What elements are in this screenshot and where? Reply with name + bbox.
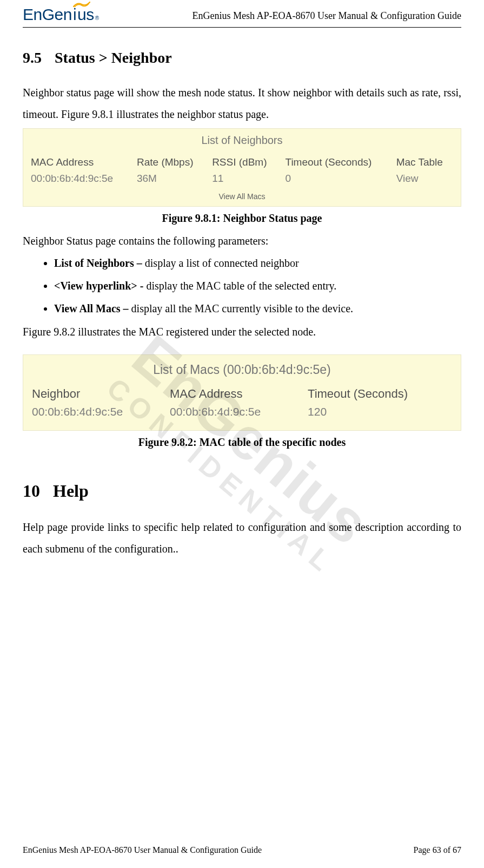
table-row: 00:0b:6b:4d:9c:5e 00:0b:6b:4d:9c:5e 120 xyxy=(29,403,455,420)
section-heading-9-5: 9.5Status > Neighbor xyxy=(23,49,461,67)
section-9-5-paragraph: Neighbor status page will show the mesh … xyxy=(23,82,461,125)
cell-neighbor: 00:0b:6b:4d:9c:5e xyxy=(29,403,167,420)
chapter-number: 10 xyxy=(23,481,40,501)
col-mac2: MAC Address xyxy=(167,385,304,403)
table-header-row: MAC Address Rate (Mbps) RSSI (dBm) Timeo… xyxy=(28,154,456,170)
cell-view-link[interactable]: View xyxy=(393,170,456,187)
chapter-title: Help xyxy=(53,481,89,501)
cell-timeout2: 120 xyxy=(304,403,455,420)
param-term: <View hyperlink> - xyxy=(54,280,143,292)
col-neighbor: Neighbor xyxy=(29,385,167,403)
footer-left: EnGenius Mesh AP-EOA-8670 User Manual & … xyxy=(23,845,262,855)
cell-rate: 36M xyxy=(134,170,209,187)
macs-table: Neighbor MAC Address Timeout (Seconds) 0… xyxy=(29,385,455,420)
list-item: List of Neighbors – display a list of co… xyxy=(54,256,461,270)
wifi-wave-icon xyxy=(72,1,91,8)
logo-text-part1: EnGen xyxy=(23,5,72,24)
col-timeout: Timeout (Seconds) xyxy=(282,154,393,170)
param-term: List of Neighbors – xyxy=(54,257,142,269)
header-doc-title: EnGenius Mesh AP-EOA-8670 User Manual & … xyxy=(193,10,461,24)
col-mactable: Mac Table xyxy=(393,154,456,170)
params-intro: Neighbor Status page contains the follow… xyxy=(23,233,461,248)
neighbors-table: MAC Address Rate (Mbps) RSSI (dBm) Timeo… xyxy=(28,154,456,187)
chapter-10-paragraph: Help page provide links to specific help… xyxy=(23,516,461,560)
figure-panel-title-2: List of Macs (00:0b:6b:4d:9c:5e) xyxy=(29,363,455,377)
param-desc: display a list of connected neighbor xyxy=(142,257,299,269)
figure-9-8-2-panel: List of Macs (00:0b:6b:4d:9c:5e) Neighbo… xyxy=(23,354,461,431)
footer-right: Page 63 of 67 xyxy=(414,845,461,855)
list-item: <View hyperlink> - display the MAC table… xyxy=(54,279,461,293)
section-number: 9.5 xyxy=(23,49,42,67)
table-row: 00:0b:6b:4d:9c:5e 36M 11 0 View xyxy=(28,170,456,187)
col-rssi: RSSI (dBm) xyxy=(209,154,282,170)
figure-9-8-2-caption: Figure 9.8.2: MAC table of the specific … xyxy=(23,436,461,449)
brand-logo: EnGenius® xyxy=(23,5,99,24)
page-footer: EnGenius Mesh AP-EOA-8670 User Manual & … xyxy=(23,845,461,855)
parameters-list: List of Neighbors – display a list of co… xyxy=(23,256,461,315)
cell-rssi: 11 xyxy=(209,170,282,187)
figure-9-8-1-caption: Figure 9.8.1: Neighbor Status page xyxy=(23,212,461,225)
cell-mac2: 00:0b:6b:4d:9c:5e xyxy=(167,403,304,420)
col-rate: Rate (Mbps) xyxy=(134,154,209,170)
figure-9-8-1-panel: List of Neighbors MAC Address Rate (Mbps… xyxy=(23,128,461,207)
logo-text-part2: i xyxy=(73,5,76,24)
section-title: Status > Neighbor xyxy=(55,49,172,66)
cell-timeout: 0 xyxy=(282,170,393,187)
chapter-heading-10: 10Help xyxy=(23,481,461,501)
param-desc: display all the MAC currently visible to… xyxy=(129,303,353,314)
list-item: View All Macs – display all the MAC curr… xyxy=(54,301,461,315)
col-timeout2: Timeout (Seconds) xyxy=(304,385,455,403)
after-params-text: Figure 9.8.2 illustrates the MAC registe… xyxy=(23,324,461,339)
param-desc: display the MAC table of the selected en… xyxy=(143,280,336,292)
view-all-macs-link[interactable]: View All Macs xyxy=(28,192,456,201)
logo-registered: ® xyxy=(95,15,99,21)
logo-text-part3: us xyxy=(77,5,94,24)
page-header: EnGenius® EnGenius Mesh AP-EOA-8670 User… xyxy=(23,5,461,28)
figure-panel-title: List of Neighbors xyxy=(28,134,456,147)
param-term: View All Macs – xyxy=(54,303,129,314)
table-header-row: Neighbor MAC Address Timeout (Seconds) xyxy=(29,385,455,403)
cell-mac: 00:0b:6b:4d:9c:5e xyxy=(28,170,134,187)
col-mac: MAC Address xyxy=(28,154,134,170)
